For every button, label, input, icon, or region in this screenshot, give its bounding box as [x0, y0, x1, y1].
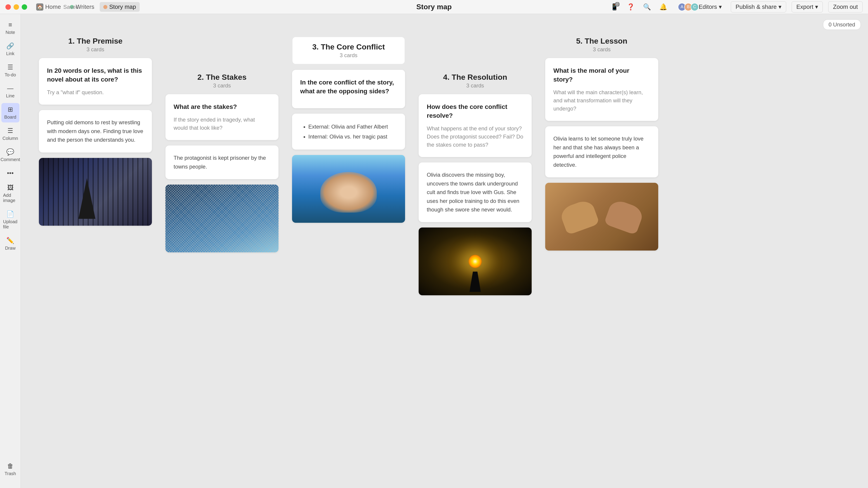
tool-upload-file[interactable]: 📄 Upload file — [1, 207, 20, 232]
tool-draw[interactable]: ✏️ Draw — [1, 234, 20, 254]
resolution-hint-text: What happens at the end of your story? D… — [427, 125, 524, 149]
card-lesson-image[interactable] — [545, 183, 658, 251]
lesson-question-text: What is the moral of your story? — [553, 66, 650, 84]
tab-bar: 🏠 Home Writers Story map — [33, 2, 140, 12]
add-image-icon: 🖼 — [7, 184, 13, 191]
help-icon-button[interactable]: ❓ — [625, 2, 636, 12]
device-icon-button[interactable]: 📱 0 — [609, 2, 620, 12]
tool-more[interactable]: ••• — [1, 167, 20, 180]
columns-container: 1. The Premise 3 cards In 20 words or le… — [39, 37, 850, 301]
conflict-image — [292, 155, 405, 223]
conflict-bullet-1: External: Olivia and Father Albert — [308, 122, 397, 131]
card-premise-image[interactable] — [39, 158, 152, 226]
premise-hint-text: Try a "what if" question. — [47, 88, 144, 96]
zoom-label: Zoom out — [833, 3, 858, 10]
card-premise-text[interactable]: Putting old demons to rest by wrestling … — [39, 110, 152, 152]
todo-icon: ☰ — [7, 64, 13, 71]
card-stakes-question[interactable]: What are the stakes? If the story ended … — [165, 94, 278, 140]
tool-trash[interactable]: 🗑 Trash — [1, 459, 20, 479]
column-premise-header: 1. The Premise 3 cards — [39, 37, 152, 53]
publish-chevron-icon: ▾ — [778, 3, 781, 10]
column-conflict: 3. The Core Conflict 3 cards In the core… — [292, 37, 405, 228]
tool-add-image[interactable]: 🖼 Add image — [1, 181, 20, 206]
card-stakes-image[interactable] — [165, 185, 278, 252]
column-premise: 1. The Premise 3 cards In 20 words or le… — [39, 37, 152, 231]
bell-icon-button[interactable]: 🔔 — [658, 2, 669, 12]
tool-comment-label: Comment — [0, 157, 20, 162]
saved-label: Saved — [63, 4, 79, 10]
home-icon: 🏠 — [36, 3, 43, 11]
tool-add-image-label: Add image — [3, 193, 18, 203]
resolution-image — [418, 228, 532, 295]
tab-home[interactable]: 🏠 Home — [33, 2, 64, 12]
maximize-button[interactable] — [22, 4, 27, 10]
avatar-3: C — [690, 3, 699, 11]
card-resolution-text[interactable]: Olivia discovers the missing boy, uncove… — [418, 162, 532, 222]
column-lesson: 5. The Lesson 3 cards What is the moral … — [545, 37, 658, 256]
more-icon: ••• — [7, 169, 13, 177]
board-icon: ⊞ — [8, 106, 13, 113]
tool-note[interactable]: ≡ Note — [1, 19, 20, 38]
stakes-title: 2. The Stakes — [165, 73, 278, 82]
zoom-out-button[interactable]: Zoom out — [828, 1, 863, 12]
close-button[interactable] — [5, 4, 11, 10]
card-lesson-question[interactable]: What is the moral of your story? What wi… — [545, 58, 658, 121]
export-chevron-icon: ▾ — [815, 3, 818, 10]
conflict-count: 3 cards — [300, 52, 397, 59]
lesson-count: 3 cards — [545, 46, 658, 53]
left-toolbar: ≡ Note 🔗 Link ☰ To-do — Line ⊞ Board ☰ C… — [0, 14, 21, 488]
export-label: Export — [796, 3, 813, 10]
column-conflict-header: 3. The Core Conflict 3 cards — [292, 37, 405, 64]
storymap-dot — [103, 5, 107, 9]
premise-question-text: In 20 words or less, what is this novel … — [47, 66, 144, 84]
trash-icon: 🗑 — [7, 462, 13, 470]
tab-story-map[interactable]: Story map — [100, 2, 140, 12]
column-icon: ☰ — [7, 127, 13, 134]
premise-image — [39, 158, 152, 226]
card-conflict-image[interactable] — [292, 155, 405, 223]
minimize-button[interactable] — [13, 4, 19, 10]
card-stakes-text[interactable]: The protagonist is kept prisoner by the … — [165, 145, 278, 179]
stakes-count: 3 cards — [165, 83, 278, 89]
card-premise-question[interactable]: In 20 words or less, what is this novel … — [39, 58, 152, 105]
export-button[interactable]: Export ▾ — [792, 1, 823, 12]
lesson-image — [545, 183, 658, 251]
editors-chevron-icon: ▾ — [719, 3, 722, 10]
premise-count: 3 cards — [39, 46, 152, 53]
publish-share-button[interactable]: Publish & share ▾ — [731, 1, 786, 12]
tool-todo[interactable]: ☰ To-do — [1, 61, 20, 80]
conflict-bullets-list: External: Olivia and Father Albert Inter… — [300, 122, 397, 141]
note-icon: ≡ — [8, 21, 12, 29]
conflict-bullet-2: Internal: Olivia vs. her tragic past — [308, 132, 397, 141]
card-conflict-bullets[interactable]: External: Olivia and Father Albert Inter… — [292, 113, 405, 149]
tool-comment[interactable]: 💬 Comment — [1, 145, 20, 165]
resolution-question-text: How does the core conflict resolve? — [427, 102, 524, 120]
search-icon-button[interactable]: 🔍 — [642, 2, 653, 12]
tool-line-label: Line — [6, 93, 15, 98]
page-title: Story map — [416, 3, 452, 11]
comment-icon: 💬 — [6, 148, 14, 156]
card-resolution-image[interactable] — [418, 228, 532, 295]
card-conflict-question[interactable]: In the core conflict of the story, what … — [292, 70, 405, 108]
tool-column[interactable]: ☰ Column — [1, 124, 20, 144]
conflict-question-text: In the core conflict of the story, what … — [300, 78, 397, 96]
lesson-hint-text: What will the main character(s) learn, a… — [553, 88, 650, 113]
lesson-body-text: Olivia learns to let someone truly love … — [553, 134, 650, 169]
resolution-body-text: Olivia discovers the missing boy, uncove… — [427, 170, 524, 214]
tool-note-label: Note — [5, 30, 15, 35]
tool-trash-label: Trash — [4, 471, 16, 476]
tool-draw-label: Draw — [5, 246, 16, 251]
lesson-title: 5. The Lesson — [545, 37, 658, 45]
column-resolution-header: 4. The Resolution 3 cards — [418, 73, 532, 89]
tool-line[interactable]: — Line — [1, 82, 20, 101]
main-layout: ≡ Note 🔗 Link ☰ To-do — Line ⊞ Board ☰ C… — [0, 14, 868, 488]
tool-board[interactable]: ⊞ Board — [1, 103, 20, 123]
column-resolution: 4. The Resolution 3 cards How does the c… — [418, 37, 532, 301]
card-resolution-question[interactable]: How does the core conflict resolve? What… — [418, 94, 532, 157]
unsorted-badge[interactable]: 0 Unsorted — [823, 20, 861, 30]
editors-button[interactable]: A B C Editors ▾ — [674, 2, 725, 12]
canvas[interactable]: 0 Unsorted 1. The Premise 3 cards In 20 … — [21, 14, 868, 488]
tool-link[interactable]: 🔗 Link — [1, 39, 20, 59]
stakes-question-text: What are the stakes? — [174, 102, 270, 111]
card-lesson-text[interactable]: Olivia learns to let someone truly love … — [545, 126, 658, 177]
